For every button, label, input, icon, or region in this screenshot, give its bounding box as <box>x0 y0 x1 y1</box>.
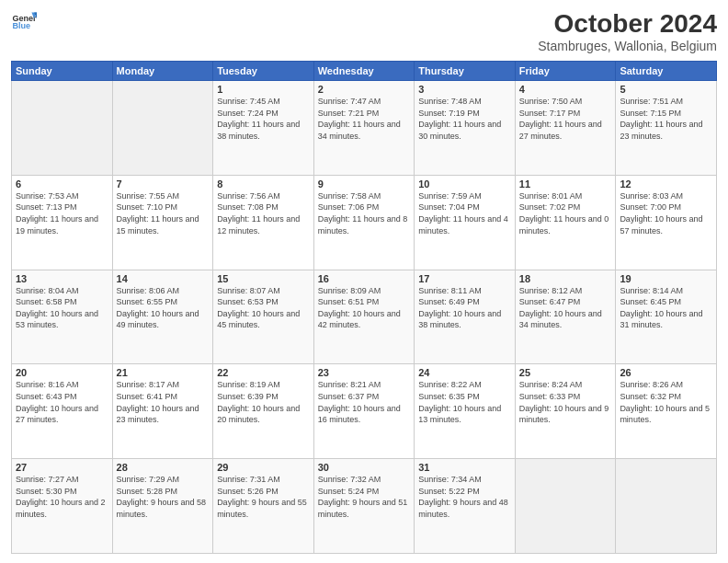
calendar-cell: 7Sunrise: 7:55 AMSunset: 7:10 PMDaylight… <box>112 175 213 270</box>
calendar-header-wednesday: Wednesday <box>313 62 415 81</box>
calendar-cell: 26Sunrise: 8:26 AMSunset: 6:32 PMDayligh… <box>616 364 717 459</box>
day-number: 20 <box>16 367 108 378</box>
day-info: Sunrise: 7:34 AMSunset: 5:22 PMDaylight:… <box>418 474 511 520</box>
day-info: Sunrise: 7:51 AMSunset: 7:15 PMDaylight:… <box>620 96 712 142</box>
calendar-header-saturday: Saturday <box>616 62 717 81</box>
calendar-cell: 15Sunrise: 8:07 AMSunset: 6:53 PMDayligh… <box>213 270 314 364</box>
svg-text:Blue: Blue <box>12 21 30 30</box>
calendar-week-row: 6Sunrise: 7:53 AMSunset: 7:13 PMDaylight… <box>12 175 717 270</box>
calendar-week-row: 13Sunrise: 8:04 AMSunset: 6:58 PMDayligh… <box>12 270 717 364</box>
calendar-cell <box>12 81 113 176</box>
calendar-table: SundayMondayTuesdayWednesdayThursdayFrid… <box>11 61 717 554</box>
calendar-header-thursday: Thursday <box>415 62 516 81</box>
day-info: Sunrise: 8:26 AMSunset: 6:32 PMDaylight:… <box>620 379 712 425</box>
day-number: 28 <box>117 462 210 473</box>
day-info: Sunrise: 7:48 AMSunset: 7:19 PMDaylight:… <box>418 96 511 142</box>
calendar-cell: 25Sunrise: 8:24 AMSunset: 6:33 PMDayligh… <box>515 364 616 459</box>
calendar-cell: 1Sunrise: 7:45 AMSunset: 7:24 PMDaylight… <box>213 81 314 176</box>
calendar-header-tuesday: Tuesday <box>213 62 314 81</box>
day-number: 5 <box>620 84 712 95</box>
day-number: 13 <box>16 273 108 284</box>
calendar-header-sunday: Sunday <box>12 62 113 81</box>
calendar-cell: 12Sunrise: 8:03 AMSunset: 7:00 PMDayligh… <box>616 175 717 270</box>
calendar-cell: 10Sunrise: 7:59 AMSunset: 7:04 PMDayligh… <box>415 175 516 270</box>
day-number: 25 <box>519 367 612 378</box>
page-header: General Blue October 2024 Stambruges, Wa… <box>11 9 717 53</box>
day-number: 15 <box>217 273 310 284</box>
day-info: Sunrise: 8:07 AMSunset: 6:53 PMDaylight:… <box>217 285 310 331</box>
calendar-cell: 17Sunrise: 8:11 AMSunset: 6:49 PMDayligh… <box>415 270 516 364</box>
calendar-cell: 8Sunrise: 7:56 AMSunset: 7:08 PMDaylight… <box>213 175 314 270</box>
day-number: 27 <box>16 462 108 473</box>
calendar-cell: 30Sunrise: 7:32 AMSunset: 5:24 PMDayligh… <box>313 459 415 554</box>
day-info: Sunrise: 7:27 AMSunset: 5:30 PMDaylight:… <box>16 474 108 520</box>
calendar-cell: 22Sunrise: 8:19 AMSunset: 6:39 PMDayligh… <box>213 364 314 459</box>
day-info: Sunrise: 8:04 AMSunset: 6:58 PMDaylight:… <box>16 285 108 331</box>
calendar-cell: 24Sunrise: 8:22 AMSunset: 6:35 PMDayligh… <box>415 364 516 459</box>
day-number: 19 <box>620 273 712 284</box>
day-number: 7 <box>117 178 210 190</box>
day-info: Sunrise: 7:45 AMSunset: 7:24 PMDaylight:… <box>217 96 310 142</box>
day-info: Sunrise: 7:31 AMSunset: 5:26 PMDaylight:… <box>217 474 310 520</box>
calendar-body: 1Sunrise: 7:45 AMSunset: 7:24 PMDaylight… <box>12 81 717 554</box>
calendar-cell <box>112 81 213 176</box>
main-title: October 2024 <box>538 9 717 39</box>
day-info: Sunrise: 8:03 AMSunset: 7:00 PMDaylight:… <box>620 190 712 236</box>
calendar-cell: 16Sunrise: 8:09 AMSunset: 6:51 PMDayligh… <box>313 270 415 364</box>
title-block: October 2024 Stambruges, Wallonia, Belgi… <box>538 9 717 53</box>
day-number: 4 <box>519 84 612 95</box>
calendar-cell: 3Sunrise: 7:48 AMSunset: 7:19 PMDaylight… <box>415 81 516 176</box>
day-number: 22 <box>217 367 310 378</box>
day-number: 24 <box>418 367 511 378</box>
day-info: Sunrise: 8:21 AMSunset: 6:37 PMDaylight:… <box>318 379 411 425</box>
day-info: Sunrise: 8:09 AMSunset: 6:51 PMDaylight:… <box>318 285 411 331</box>
day-info: Sunrise: 8:01 AMSunset: 7:02 PMDaylight:… <box>519 190 612 236</box>
day-number: 21 <box>117 367 210 378</box>
calendar-cell <box>616 459 717 554</box>
day-info: Sunrise: 8:11 AMSunset: 6:49 PMDaylight:… <box>418 285 511 331</box>
day-number: 1 <box>217 84 310 95</box>
calendar-cell: 23Sunrise: 8:21 AMSunset: 6:37 PMDayligh… <box>313 364 415 459</box>
calendar-cell: 18Sunrise: 8:12 AMSunset: 6:47 PMDayligh… <box>515 270 616 364</box>
calendar-cell: 6Sunrise: 7:53 AMSunset: 7:13 PMDaylight… <box>12 175 113 270</box>
day-info: Sunrise: 8:16 AMSunset: 6:43 PMDaylight:… <box>16 379 108 425</box>
calendar-cell: 31Sunrise: 7:34 AMSunset: 5:22 PMDayligh… <box>415 459 516 554</box>
calendar-week-row: 1Sunrise: 7:45 AMSunset: 7:24 PMDaylight… <box>12 81 717 176</box>
calendar-header-row: SundayMondayTuesdayWednesdayThursdayFrid… <box>12 62 717 81</box>
day-info: Sunrise: 7:59 AMSunset: 7:04 PMDaylight:… <box>418 190 511 236</box>
calendar-cell: 5Sunrise: 7:51 AMSunset: 7:15 PMDaylight… <box>616 81 717 176</box>
day-number: 10 <box>418 178 511 190</box>
day-number: 30 <box>318 462 411 473</box>
calendar-cell: 28Sunrise: 7:29 AMSunset: 5:28 PMDayligh… <box>112 459 213 554</box>
day-info: Sunrise: 7:58 AMSunset: 7:06 PMDaylight:… <box>318 190 411 236</box>
day-info: Sunrise: 7:55 AMSunset: 7:10 PMDaylight:… <box>117 190 210 236</box>
calendar-cell: 13Sunrise: 8:04 AMSunset: 6:58 PMDayligh… <box>12 270 113 364</box>
day-info: Sunrise: 8:06 AMSunset: 6:55 PMDaylight:… <box>117 285 210 331</box>
calendar-week-row: 27Sunrise: 7:27 AMSunset: 5:30 PMDayligh… <box>12 459 717 554</box>
day-info: Sunrise: 8:14 AMSunset: 6:45 PMDaylight:… <box>620 285 712 331</box>
day-number: 29 <box>217 462 310 473</box>
day-info: Sunrise: 7:29 AMSunset: 5:28 PMDaylight:… <box>117 474 210 520</box>
day-info: Sunrise: 7:56 AMSunset: 7:08 PMDaylight:… <box>217 190 310 236</box>
calendar-week-row: 20Sunrise: 8:16 AMSunset: 6:43 PMDayligh… <box>12 364 717 459</box>
calendar-cell: 21Sunrise: 8:17 AMSunset: 6:41 PMDayligh… <box>112 364 213 459</box>
calendar-cell: 2Sunrise: 7:47 AMSunset: 7:21 PMDaylight… <box>313 81 415 176</box>
day-number: 31 <box>418 462 511 473</box>
day-info: Sunrise: 8:22 AMSunset: 6:35 PMDaylight:… <box>418 379 511 425</box>
day-number: 9 <box>318 178 411 190</box>
day-info: Sunrise: 8:12 AMSunset: 6:47 PMDaylight:… <box>519 285 612 331</box>
calendar-cell: 27Sunrise: 7:27 AMSunset: 5:30 PMDayligh… <box>12 459 113 554</box>
day-info: Sunrise: 7:47 AMSunset: 7:21 PMDaylight:… <box>318 96 411 142</box>
day-number: 23 <box>318 367 411 378</box>
day-number: 14 <box>117 273 210 284</box>
logo: General Blue <box>11 9 37 35</box>
calendar-cell: 29Sunrise: 7:31 AMSunset: 5:26 PMDayligh… <box>213 459 314 554</box>
day-number: 26 <box>620 367 712 378</box>
day-number: 2 <box>318 84 411 95</box>
day-number: 17 <box>418 273 511 284</box>
day-number: 8 <box>217 178 310 190</box>
day-number: 3 <box>418 84 511 95</box>
subtitle: Stambruges, Wallonia, Belgium <box>538 39 717 53</box>
calendar-cell: 19Sunrise: 8:14 AMSunset: 6:45 PMDayligh… <box>616 270 717 364</box>
calendar-header-friday: Friday <box>515 62 616 81</box>
